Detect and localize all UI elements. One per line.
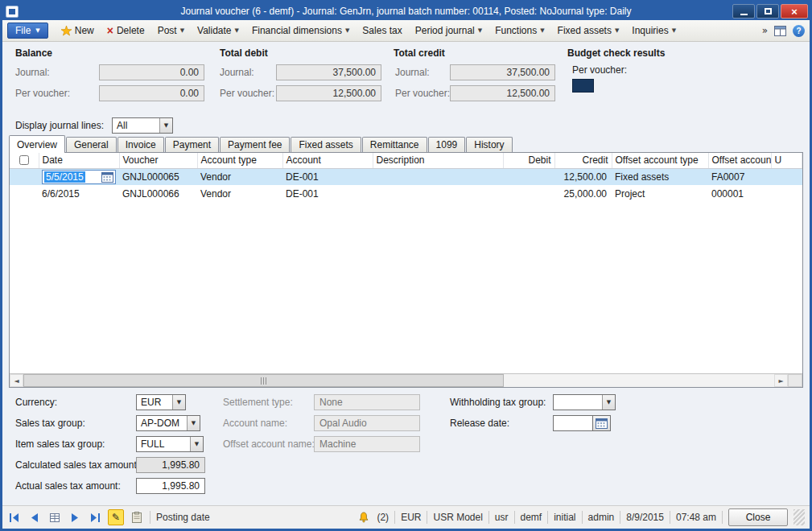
- column-header-date[interactable]: Date: [39, 153, 119, 168]
- display-journal-lines-select[interactable]: All ▼: [112, 117, 173, 134]
- post-menu-button[interactable]: Post▼: [151, 23, 191, 39]
- row-selector[interactable]: [10, 185, 39, 202]
- last-record-button[interactable]: [88, 510, 102, 525]
- tab-fixed-assets[interactable]: Fixed assets: [291, 137, 361, 152]
- cell-offset-account[interactable]: 000001: [708, 185, 771, 202]
- total-credit-journal-field: 37,500.00: [450, 64, 555, 80]
- new-star-icon: [61, 26, 72, 36]
- offset-account-name-label: Offset account name:: [223, 438, 314, 450]
- status-time: 07:48 am: [676, 512, 716, 523]
- column-header-u[interactable]: U: [771, 153, 802, 168]
- cell-u[interactable]: [771, 185, 802, 202]
- chevron-down-icon: ▼: [172, 395, 185, 410]
- sales-tax-group-select[interactable]: AP-DOM ▼: [136, 415, 200, 431]
- calendar-icon[interactable]: [101, 171, 113, 183]
- column-header-account-type[interactable]: Account type: [197, 153, 282, 168]
- notification-count[interactable]: (2): [377, 512, 389, 523]
- separator: [547, 511, 548, 524]
- column-header-account[interactable]: Account: [282, 153, 373, 168]
- balance-per-voucher-field: 0.00: [99, 85, 204, 101]
- actual-sales-tax-label: Actual sales tax amount:: [15, 480, 136, 492]
- column-header-credit[interactable]: Credit: [554, 153, 612, 168]
- maximize-button[interactable]: [756, 4, 779, 19]
- row-selector[interactable]: [10, 168, 39, 185]
- table-row[interactable]: 6/6/2015 GNJL000066 Vendor DE-001 25,000…: [10, 185, 802, 202]
- minimize-button[interactable]: [732, 4, 755, 19]
- close-button[interactable]: Close: [728, 508, 788, 526]
- cell-debit[interactable]: [503, 185, 554, 202]
- select-all-checkbox[interactable]: [19, 155, 29, 165]
- tab-1099[interactable]: 1099: [428, 137, 466, 152]
- cell-account-type[interactable]: Vendor: [197, 168, 282, 185]
- currency-select[interactable]: EUR ▼: [136, 394, 186, 410]
- cell-debit[interactable]: [503, 168, 554, 185]
- column-header-offset-account[interactable]: Offset account: [708, 153, 771, 168]
- new-button[interactable]: New: [55, 23, 101, 39]
- period-journal-menu-button[interactable]: Period journal▼: [409, 23, 488, 39]
- close-window-button[interactable]: ×: [781, 4, 808, 19]
- edit-mode-toggle[interactable]: ✎: [108, 509, 124, 525]
- financial-dimensions-menu-button[interactable]: Financial dimensions▼: [245, 23, 356, 39]
- cell-voucher[interactable]: GNJL000066: [119, 185, 197, 202]
- scroll-right-button[interactable]: ►: [774, 374, 788, 387]
- help-icon[interactable]: ?: [793, 25, 805, 37]
- scrollbar-thumb[interactable]: [23, 374, 504, 387]
- cell-account[interactable]: DE-001: [282, 168, 373, 185]
- column-header-offset-account-type[interactable]: Offset account type: [612, 153, 708, 168]
- cell-account-type[interactable]: Vendor: [197, 185, 282, 202]
- separator: [722, 511, 723, 524]
- column-header-description[interactable]: Description: [373, 153, 503, 168]
- fixed-assets-menu-button[interactable]: Fixed assets▼: [551, 23, 626, 39]
- tab-general[interactable]: General: [66, 137, 117, 152]
- column-header-voucher[interactable]: Voucher: [119, 153, 197, 168]
- scroll-left-button[interactable]: ◄: [10, 374, 23, 387]
- cell-credit[interactable]: 12,500.00: [554, 168, 612, 185]
- toolbar: File ▼ New × Delete Post▼ Validate▼ Fina…: [2, 20, 810, 42]
- date-edit-box[interactable]: 5/5/2015: [42, 170, 116, 184]
- cell-date[interactable]: 6/6/2015: [39, 185, 119, 202]
- cell-account[interactable]: DE-001: [282, 185, 373, 202]
- scrollbar-track[interactable]: [23, 374, 774, 387]
- next-record-button[interactable]: [68, 510, 82, 525]
- delete-button[interactable]: × Delete: [101, 23, 151, 39]
- cell-credit[interactable]: 25,000.00: [554, 185, 612, 202]
- horizontal-scrollbar[interactable]: ◄ ►: [10, 373, 802, 387]
- cell-u[interactable]: [771, 168, 802, 185]
- resize-grip[interactable]: [793, 509, 805, 525]
- file-menu-button[interactable]: File ▼: [7, 23, 48, 39]
- cell-description[interactable]: [373, 185, 503, 202]
- inquiries-menu-button[interactable]: Inquiries▼: [625, 23, 682, 39]
- cell-date[interactable]: 5/5/2015: [39, 168, 119, 185]
- release-date-input[interactable]: [553, 415, 611, 431]
- tab-history[interactable]: History: [466, 137, 512, 152]
- calendar-icon[interactable]: [593, 415, 611, 431]
- column-header-debit[interactable]: Debit: [503, 153, 554, 168]
- tab-remittance[interactable]: Remittance: [362, 137, 427, 152]
- withholding-tax-group-select[interactable]: ▼: [553, 394, 616, 410]
- actual-sales-tax-input[interactable]: 1,995.80: [136, 478, 205, 494]
- tab-invoice[interactable]: Invoice: [117, 137, 164, 152]
- tab-payment[interactable]: Payment: [165, 137, 219, 152]
- tab-payment-fee[interactable]: Payment fee: [220, 137, 290, 152]
- tab-overview[interactable]: Overview: [9, 135, 65, 153]
- cell-offset-account[interactable]: FA0007: [708, 168, 771, 185]
- toolbar-overflow-button[interactable]: »: [762, 25, 768, 36]
- sales-tax-button[interactable]: Sales tax: [356, 23, 408, 39]
- item-sales-tax-group-select[interactable]: FULL ▼: [136, 436, 204, 452]
- cell-offset-account-type[interactable]: Fixed assets: [612, 168, 708, 185]
- notifications-bell-icon[interactable]: [357, 510, 371, 525]
- first-record-button[interactable]: [7, 510, 22, 525]
- validate-menu-button[interactable]: Validate▼: [191, 23, 245, 39]
- grid-view-button[interactable]: [47, 510, 62, 525]
- window-controls: ×: [732, 4, 808, 19]
- chevron-down-icon: ▼: [187, 416, 200, 430]
- previous-record-button[interactable]: [27, 510, 42, 525]
- total-credit-header: Total credit: [394, 47, 445, 59]
- clipboard-icon[interactable]: [130, 510, 144, 525]
- cell-offset-account-type[interactable]: Project: [612, 185, 708, 202]
- cell-description[interactable]: [373, 168, 503, 185]
- cell-voucher[interactable]: GNJL000065: [119, 168, 197, 185]
- grid-view-icon[interactable]: [774, 26, 786, 36]
- functions-menu-button[interactable]: Functions▼: [488, 23, 550, 39]
- table-row[interactable]: 5/5/2015 GNJL000065 Vendor DE-001 12,500…: [10, 168, 802, 185]
